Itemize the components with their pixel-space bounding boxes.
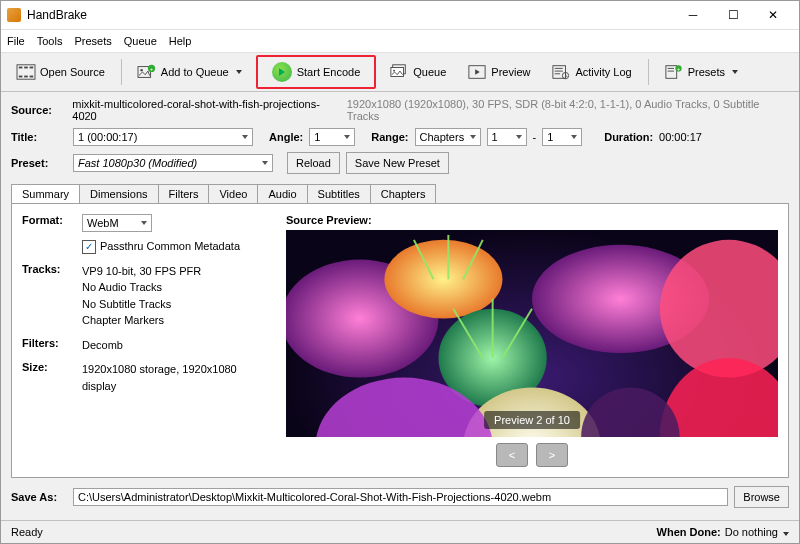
play-icon xyxy=(272,62,292,82)
svg-rect-2 xyxy=(24,67,28,69)
range-label: Range: xyxy=(371,131,408,143)
svg-marker-15 xyxy=(476,69,481,74)
presets-button[interactable]: + Presets xyxy=(657,61,746,83)
tab-subtitles[interactable]: Subtitles xyxy=(307,184,371,203)
toolbar: Open Source + Add to Queue Start Encode … xyxy=(1,53,799,92)
status-text: Ready xyxy=(11,526,43,538)
queue-button[interactable]: Queue xyxy=(382,61,454,83)
add-to-queue-button[interactable]: + Add to Queue xyxy=(130,61,250,83)
tab-video[interactable]: Video xyxy=(208,184,258,203)
menu-bar: File Tools Presets Queue Help xyxy=(1,30,799,53)
coral-image xyxy=(286,230,778,437)
close-button[interactable]: ✕ xyxy=(753,3,793,27)
tab-strip: Summary Dimensions Filters Video Audio S… xyxy=(11,184,789,203)
title-label: Title: xyxy=(11,131,67,143)
range-type-dropdown[interactable]: Chapters xyxy=(415,128,481,146)
title-dropdown[interactable]: 1 (00:00:17) xyxy=(73,128,253,146)
range-to-dropdown[interactable]: 1 xyxy=(542,128,582,146)
svg-text:+: + xyxy=(677,66,680,72)
minimize-button[interactable]: ─ xyxy=(673,3,713,27)
source-info: 1920x1080 (1920x1080), 30 FPS, SDR (8-bi… xyxy=(347,98,789,122)
save-as-input[interactable]: C:\Users\Administrator\Desktop\Mixkit-Mu… xyxy=(73,488,728,506)
queue-icon xyxy=(390,64,408,80)
angle-dropdown[interactable]: 1 xyxy=(309,128,355,146)
source-preview: Preview 2 of 10 xyxy=(286,230,778,437)
log-icon xyxy=(552,64,570,80)
svg-point-13 xyxy=(393,70,395,72)
svg-rect-3 xyxy=(30,67,34,69)
menu-tools[interactable]: Tools xyxy=(37,35,63,47)
source-label: Source: xyxy=(11,104,66,116)
maximize-button[interactable]: ☐ xyxy=(713,3,753,27)
menu-help[interactable]: Help xyxy=(169,35,192,47)
passthru-checkbox[interactable] xyxy=(82,240,96,254)
filters-label: Filters: xyxy=(22,337,82,354)
tracks-label: Tracks: xyxy=(22,263,82,329)
format-dropdown[interactable]: WebM xyxy=(82,214,152,232)
svg-rect-1 xyxy=(19,67,23,69)
open-source-button[interactable]: Open Source xyxy=(9,61,113,83)
svg-rect-5 xyxy=(24,76,28,78)
tab-chapters[interactable]: Chapters xyxy=(370,184,437,203)
svg-point-30 xyxy=(384,240,502,319)
preset-dropdown[interactable]: Fast 1080p30 (Modified) xyxy=(73,154,273,172)
app-logo-icon xyxy=(7,8,21,22)
format-label: Format: xyxy=(22,214,82,255)
preset-label: Preset: xyxy=(11,157,67,169)
range-from-dropdown[interactable]: 1 xyxy=(487,128,527,146)
size-label: Size: xyxy=(22,361,82,394)
preview-icon xyxy=(468,64,486,80)
chevron-down-icon xyxy=(783,532,789,536)
when-done-dropdown[interactable]: Do nothing xyxy=(725,526,789,538)
filters-value: Decomb xyxy=(82,337,272,354)
tab-audio[interactable]: Audio xyxy=(257,184,307,203)
tab-summary[interactable]: Summary xyxy=(11,184,80,203)
start-encode-button[interactable]: Start Encode xyxy=(264,59,369,85)
tab-filters[interactable]: Filters xyxy=(158,184,210,203)
size-value: 1920x1080 storage, 1920x1080 display xyxy=(82,361,272,394)
image-plus-icon: + xyxy=(138,64,156,80)
source-file: mixkit-multicolored-coral-shot-with-fish… xyxy=(72,98,340,122)
menu-presets[interactable]: Presets xyxy=(74,35,111,47)
start-encode-highlight: Start Encode xyxy=(256,55,377,89)
chevron-down-icon xyxy=(236,70,242,74)
preview-next-button[interactable]: > xyxy=(536,443,568,467)
svg-rect-4 xyxy=(19,76,23,78)
tracks-list: VP9 10-bit, 30 FPS PFR No Audio Tracks N… xyxy=(82,263,272,329)
when-done-label: When Done: xyxy=(657,526,721,538)
menu-file[interactable]: File xyxy=(7,35,25,47)
svg-point-8 xyxy=(140,69,142,71)
browse-button[interactable]: Browse xyxy=(734,486,789,508)
window-title: HandBrake xyxy=(27,8,673,22)
preview-counter: Preview 2 of 10 xyxy=(484,411,580,429)
svg-rect-16 xyxy=(553,66,566,79)
preview-prev-button[interactable]: < xyxy=(496,443,528,467)
duration-label: Duration: xyxy=(604,131,653,143)
svg-rect-6 xyxy=(30,76,34,78)
tab-dimensions[interactable]: Dimensions xyxy=(79,184,158,203)
svg-text:+: + xyxy=(150,66,153,72)
chevron-down-icon xyxy=(732,70,738,74)
presets-icon: + xyxy=(665,64,683,80)
angle-label: Angle: xyxy=(269,131,303,143)
film-icon xyxy=(17,64,35,80)
svg-rect-23 xyxy=(666,66,677,79)
menu-queue[interactable]: Queue xyxy=(124,35,157,47)
reload-button[interactable]: Reload xyxy=(287,152,340,174)
save-new-preset-button[interactable]: Save New Preset xyxy=(346,152,449,174)
save-as-label: Save As: xyxy=(11,491,67,503)
activity-log-button[interactable]: Activity Log xyxy=(544,61,639,83)
preview-button[interactable]: Preview xyxy=(460,61,538,83)
duration-value: 00:00:17 xyxy=(659,131,702,143)
source-preview-label: Source Preview: xyxy=(286,214,778,226)
